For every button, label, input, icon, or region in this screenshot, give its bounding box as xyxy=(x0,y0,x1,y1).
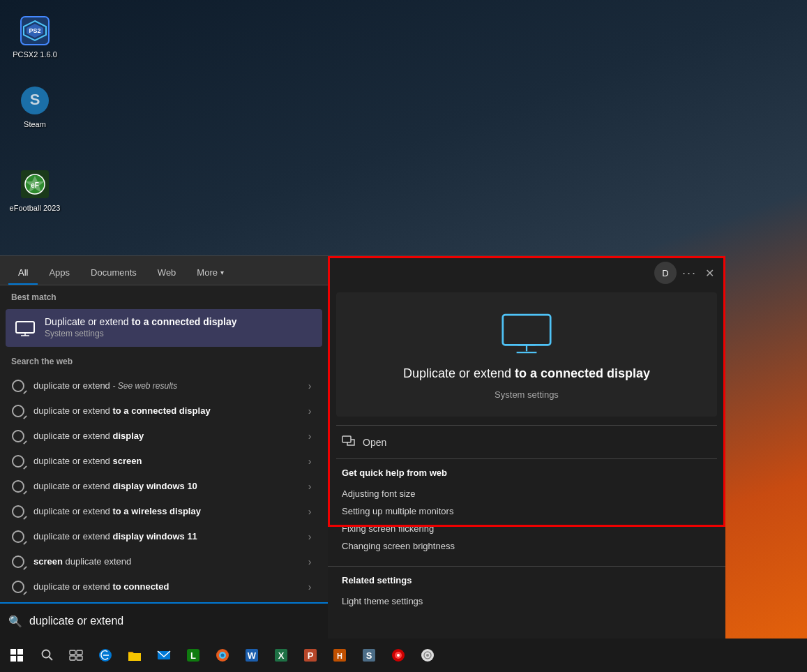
tab-documents[interactable]: Documents xyxy=(81,262,146,285)
search-panel: All Apps Documents Web More ▾ Best match xyxy=(0,255,725,639)
preview-header: D ··· ✕ xyxy=(328,256,725,290)
result-item-1[interactable]: duplicate or extend - See web results › xyxy=(0,373,328,398)
best-match-text: Duplicate or extend to a connected displ… xyxy=(45,316,236,338)
firefox-button[interactable] xyxy=(208,639,237,672)
search-icon-5 xyxy=(11,479,25,493)
result-item-9[interactable]: duplicate or extend to connected › xyxy=(0,574,328,599)
result-item-3[interactable]: duplicate or extend display › xyxy=(0,424,328,449)
svg-rect-29 xyxy=(70,650,75,655)
word-button[interactable]: W xyxy=(237,639,266,672)
svg-rect-24 xyxy=(17,649,23,655)
svg-text:S: S xyxy=(30,91,40,108)
chevron-right-icon-8: › xyxy=(303,555,317,569)
tab-web[interactable]: Web xyxy=(148,262,186,285)
result-item-8[interactable]: screen duplicate extend › xyxy=(0,549,328,574)
search-icon-7 xyxy=(11,530,25,544)
efootball-icon: eF xyxy=(18,167,52,201)
svg-text:PS2: PS2 xyxy=(29,27,40,34)
chevron-right-icon-3: › xyxy=(303,429,317,443)
svg-text:S: S xyxy=(366,650,372,661)
tab-more[interactable]: More ▾ xyxy=(187,262,234,285)
result-item-6[interactable]: duplicate or extend to a wireless displa… xyxy=(0,499,328,524)
start-button[interactable] xyxy=(0,639,33,672)
search-left-panel: All Apps Documents Web More ▾ Best match xyxy=(0,256,328,639)
help-link-2[interactable]: Setting up multiple monitors xyxy=(342,502,711,520)
svg-rect-25 xyxy=(10,656,16,662)
best-match-item[interactable]: Duplicate or extend to a connected displ… xyxy=(6,309,322,347)
tab-apps[interactable]: Apps xyxy=(39,262,80,285)
search-icon-8 xyxy=(11,555,25,569)
launcher-button[interactable]: L xyxy=(179,639,208,672)
svg-rect-23 xyxy=(10,649,16,655)
search-input-bar: 🔍 xyxy=(0,602,328,639)
search-icon-3 xyxy=(11,429,25,443)
user-avatar[interactable]: D xyxy=(654,262,677,284)
desktop-icon-pcsx2[interactable]: PS2 PCSX2 1.6.0 xyxy=(7,14,63,59)
help-section: Get quick help from web Adjusting font s… xyxy=(328,459,725,563)
svg-text:L: L xyxy=(190,650,196,661)
chevron-down-icon: ▾ xyxy=(220,269,224,276)
best-match-label: Best match xyxy=(0,285,328,306)
search-icon-1 xyxy=(11,379,25,393)
powerpoint-button[interactable]: P xyxy=(296,639,325,672)
svg-point-27 xyxy=(43,650,50,658)
result-item-7[interactable]: duplicate or extend display windows 11 › xyxy=(0,524,328,549)
heidisql-button[interactable]: H xyxy=(325,639,354,672)
open-button[interactable]: Open xyxy=(328,426,725,458)
search-results-list: duplicate or extend - See web results › … xyxy=(0,371,328,602)
search-right-panel: D ··· ✕ Duplicate or extend to a connect… xyxy=(328,256,725,639)
chevron-right-icon-4: › xyxy=(303,454,317,468)
desktop-icon-efootball[interactable]: eF eFootball 2023 xyxy=(7,167,63,212)
desktop-icon-steam[interactable]: S Steam xyxy=(7,84,63,128)
svg-rect-26 xyxy=(17,656,23,662)
task-view-button[interactable] xyxy=(61,639,91,672)
edge-button[interactable] xyxy=(91,639,120,672)
svg-rect-30 xyxy=(77,650,82,655)
preview-title: Duplicate or extend to a connected displ… xyxy=(403,366,650,381)
taskbar: L W X xyxy=(0,639,807,672)
svg-rect-18 xyxy=(503,315,550,345)
svg-text:X: X xyxy=(278,650,285,661)
excel-button[interactable]: X xyxy=(266,639,296,672)
preview-subtitle: System settings xyxy=(495,389,559,400)
chevron-right-icon-5: › xyxy=(303,479,317,493)
related-settings-section: Related settings Light theme settings xyxy=(328,566,725,618)
svg-point-55 xyxy=(426,654,429,657)
steam-label: Steam xyxy=(24,120,46,128)
result-item-5[interactable]: duplicate or extend display windows 10 › xyxy=(0,474,328,499)
svg-rect-14 xyxy=(16,322,34,333)
search-icon-9 xyxy=(11,580,25,594)
help-link-3[interactable]: Fixing screen flickering xyxy=(342,520,711,537)
result-item-2[interactable]: duplicate or extend to a connected displ… xyxy=(0,398,328,424)
help-link-4[interactable]: Changing screen brightness xyxy=(342,537,711,555)
chevron-right-icon-7: › xyxy=(303,530,317,544)
help-link-1[interactable]: Adjusting font size xyxy=(342,485,711,502)
sublime-button[interactable]: S xyxy=(354,639,384,672)
search-icon-2 xyxy=(11,404,25,418)
open-icon xyxy=(342,434,356,450)
svg-text:P: P xyxy=(308,650,314,661)
close-button[interactable]: ✕ xyxy=(702,264,717,283)
svg-rect-31 xyxy=(70,656,75,660)
display-settings-icon xyxy=(14,318,36,340)
file-explorer-button[interactable] xyxy=(120,639,149,672)
svg-rect-22 xyxy=(342,436,351,442)
search-input[interactable] xyxy=(29,615,319,627)
pcsx2-label: PCSX2 1.6.0 xyxy=(13,50,57,59)
monitor-preview-icon xyxy=(501,313,552,358)
app2-button[interactable] xyxy=(413,639,442,672)
related-link-1[interactable]: Light theme settings xyxy=(342,592,711,610)
result-item-4[interactable]: duplicate or extend screen › xyxy=(0,449,328,474)
more-options-button[interactable]: ··· xyxy=(682,266,697,281)
search-icon-4 xyxy=(11,454,25,468)
search-icon-6 xyxy=(11,505,25,518)
svg-rect-32 xyxy=(77,656,82,660)
svg-point-52 xyxy=(397,654,400,657)
chevron-right-icon-1: › xyxy=(303,379,317,393)
mail-button[interactable] xyxy=(149,639,179,672)
taskbar-search-button[interactable] xyxy=(33,639,61,672)
svg-text:eF: eF xyxy=(31,181,39,189)
tab-all[interactable]: All xyxy=(8,262,38,285)
app1-button[interactable] xyxy=(384,639,413,672)
desktop: PS2 PCSX2 1.6.0 S Steam eF eFootball 202… xyxy=(0,0,807,672)
